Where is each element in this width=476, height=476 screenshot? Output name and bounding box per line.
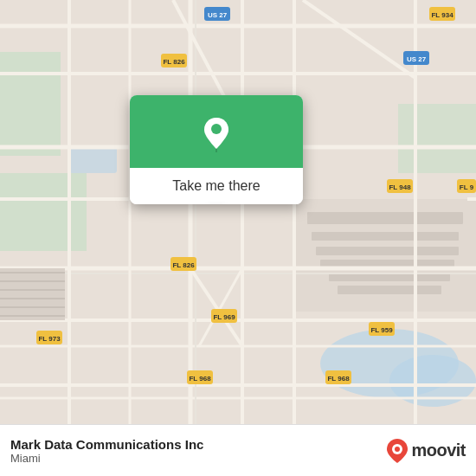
svg-text:FL 973: FL 973 — [38, 335, 61, 343]
moovit-logo[interactable]: moovit — [387, 439, 466, 463]
take-me-there-button[interactable]: Take me there — [130, 168, 303, 204]
svg-text:FL 968: FL 968 — [189, 375, 211, 383]
svg-text:FL 948: FL 948 — [389, 183, 411, 191]
svg-rect-3 — [398, 104, 476, 173]
location-name: Mark Data Communications Inc — [10, 437, 387, 452]
svg-text:US 27: US 27 — [208, 11, 228, 19]
svg-text:FL 826: FL 826 — [163, 58, 185, 66]
map-background: FL 826 FL 826 FL 934 US 27 US 27 FL 948 … — [0, 0, 476, 424]
svg-text:FL 9: FL 9 — [460, 183, 474, 191]
popup-card: Take me there — [130, 95, 303, 204]
svg-rect-5 — [307, 212, 463, 224]
location-info: Mark Data Communications Inc Miami — [10, 437, 387, 465]
location-city: Miami — [10, 452, 387, 465]
popup-green-area — [130, 95, 303, 168]
svg-rect-60 — [0, 268, 65, 320]
svg-text:US 27: US 27 — [407, 55, 427, 63]
svg-rect-10 — [338, 286, 441, 294]
bottom-bar: Mark Data Communications Inc Miami moovi… — [0, 424, 476, 476]
svg-text:FL 969: FL 969 — [213, 313, 235, 321]
svg-point-72 — [395, 447, 400, 452]
svg-rect-6 — [312, 232, 459, 241]
svg-text:FL 968: FL 968 — [327, 375, 350, 383]
svg-text:FL 959: FL 959 — [370, 326, 393, 334]
moovit-pin-icon — [387, 439, 408, 463]
svg-text:FL 934: FL 934 — [431, 11, 453, 19]
svg-point-70 — [211, 124, 222, 134]
map-container: FL 826 FL 826 FL 934 US 27 US 27 FL 948 … — [0, 0, 476, 424]
map-pin-icon — [197, 114, 235, 152]
svg-rect-1 — [0, 52, 61, 156]
moovit-text: moovit — [411, 441, 466, 460]
svg-rect-7 — [316, 247, 459, 255]
svg-rect-2 — [0, 173, 87, 251]
svg-rect-13 — [69, 147, 117, 173]
svg-text:FL 826: FL 826 — [172, 261, 195, 269]
